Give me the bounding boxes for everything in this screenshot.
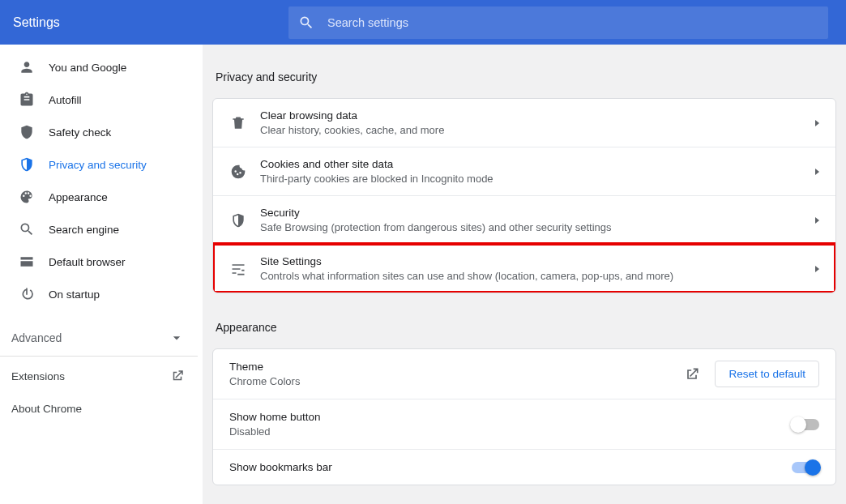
shield-outline-icon bbox=[18, 156, 36, 173]
sidebar-item-label: Appearance bbox=[49, 191, 108, 203]
row-sub: Disabled bbox=[229, 425, 792, 438]
about-label: About Chrome bbox=[11, 403, 82, 415]
sidebar-item-autofill[interactable]: Autofill bbox=[0, 83, 203, 116]
sidebar: You and Google Autofill Safety check Pri… bbox=[0, 45, 203, 504]
row-sub: Chrome Colors bbox=[229, 375, 684, 387]
reset-theme-button[interactable]: Reset to default bbox=[715, 361, 819, 387]
row-title: Site Settings bbox=[260, 255, 809, 267]
row-title: Show home button bbox=[229, 411, 792, 423]
row-home-button[interactable]: Show home button Disabled bbox=[213, 399, 835, 449]
sidebar-about[interactable]: About Chrome bbox=[0, 392, 203, 425]
sidebar-separator bbox=[0, 356, 198, 357]
sidebar-extensions[interactable]: Extensions bbox=[0, 360, 203, 392]
sidebar-item-safety-check[interactable]: Safety check bbox=[0, 116, 203, 148]
main-content: Privacy and security Clear browsing data… bbox=[203, 45, 846, 504]
advanced-label: Advanced bbox=[11, 331, 62, 344]
cookie-icon bbox=[229, 164, 247, 180]
sidebar-item-appearance[interactable]: Appearance bbox=[0, 181, 203, 213]
search-placeholder: Search settings bbox=[327, 16, 408, 29]
row-text: Security Safe Browsing (protection from … bbox=[260, 207, 809, 233]
shield-icon bbox=[229, 212, 247, 229]
row-title: Cookies and other site data bbox=[260, 158, 809, 170]
row-text: Show bookmarks bar bbox=[229, 461, 792, 473]
sidebar-item-default-browser[interactable]: Default browser bbox=[0, 246, 203, 278]
bookmarks-toggle[interactable] bbox=[792, 462, 819, 473]
sidebar-advanced[interactable]: Advanced bbox=[0, 318, 203, 356]
person-icon bbox=[18, 59, 36, 75]
sidebar-item-label: Autofill bbox=[49, 94, 82, 106]
search-input[interactable]: Search settings bbox=[288, 6, 828, 39]
chevron-right-icon bbox=[815, 217, 819, 224]
row-security[interactable]: Security Safe Browsing (protection from … bbox=[213, 195, 835, 244]
row-title: Show bookmarks bar bbox=[229, 461, 792, 473]
row-sub: Controls what information sites can use … bbox=[260, 270, 809, 282]
window-icon bbox=[18, 254, 36, 270]
appearance-section-title: Appearance bbox=[216, 321, 843, 334]
row-sub: Clear history, cookies, cache, and more bbox=[260, 124, 809, 136]
trash-icon bbox=[229, 115, 247, 131]
launch-icon bbox=[170, 369, 185, 383]
chevron-right-icon bbox=[815, 169, 819, 175]
body: You and Google Autofill Safety check Pri… bbox=[0, 45, 846, 504]
row-text: Clear browsing data Clear history, cooki… bbox=[260, 109, 809, 136]
search-wrap: Search settings bbox=[288, 6, 828, 39]
launch-icon bbox=[684, 366, 700, 382]
extensions-label: Extensions bbox=[11, 370, 65, 382]
row-sub: Safe Browsing (protection from dangerous… bbox=[260, 221, 809, 233]
sidebar-item-label: Safety check bbox=[49, 126, 111, 139]
row-clear-browsing-data[interactable]: Clear browsing data Clear history, cooki… bbox=[213, 99, 835, 147]
row-text: Cookies and other site data Third-party … bbox=[260, 158, 809, 185]
sidebar-item-label: Search engine bbox=[49, 224, 119, 236]
sidebar-item-label: Default browser bbox=[49, 256, 126, 268]
chevron-right-icon bbox=[815, 120, 819, 126]
row-title: Clear browsing data bbox=[260, 109, 809, 122]
row-title: Security bbox=[260, 207, 809, 219]
clipboard-icon bbox=[18, 92, 36, 108]
sidebar-item-label: On startup bbox=[49, 288, 100, 301]
sidebar-item-label: Privacy and security bbox=[49, 159, 147, 171]
sliders-icon bbox=[229, 261, 247, 277]
sidebar-item-label: You and Google bbox=[49, 62, 126, 74]
row-text: Show home button Disabled bbox=[229, 411, 792, 438]
power-icon bbox=[18, 286, 36, 302]
home-toggle[interactable] bbox=[792, 419, 819, 430]
search-icon bbox=[18, 221, 36, 237]
palette-icon bbox=[18, 189, 36, 205]
app-title: Settings bbox=[13, 15, 288, 30]
appearance-card: Theme Chrome Colors Reset to default Sho… bbox=[212, 348, 836, 485]
row-bookmarks-bar[interactable]: Show bookmarks bar bbox=[213, 449, 835, 485]
chevron-down-icon bbox=[169, 330, 185, 346]
row-sub: Third-party cookies are blocked in Incog… bbox=[260, 173, 809, 185]
privacy-section-title: Privacy and security bbox=[216, 70, 843, 83]
row-theme[interactable]: Theme Chrome Colors Reset to default bbox=[213, 349, 835, 399]
row-text: Site Settings Controls what information … bbox=[260, 255, 809, 282]
sidebar-item-privacy[interactable]: Privacy and security bbox=[0, 148, 203, 181]
sidebar-item-search-engine[interactable]: Search engine bbox=[0, 213, 203, 246]
search-icon bbox=[298, 15, 314, 31]
privacy-card: Clear browsing data Clear history, cooki… bbox=[212, 98, 836, 293]
app-header: Settings Search settings bbox=[0, 0, 846, 45]
chevron-right-icon bbox=[815, 266, 819, 272]
shield-icon bbox=[18, 124, 36, 140]
row-text: Theme Chrome Colors bbox=[229, 361, 684, 387]
row-site-settings[interactable]: Site Settings Controls what information … bbox=[213, 244, 835, 293]
row-title: Theme bbox=[229, 361, 684, 373]
sidebar-item-you-and-google[interactable]: You and Google bbox=[0, 51, 203, 83]
row-cookies[interactable]: Cookies and other site data Third-party … bbox=[213, 147, 835, 195]
sidebar-item-on-startup[interactable]: On startup bbox=[0, 278, 203, 310]
